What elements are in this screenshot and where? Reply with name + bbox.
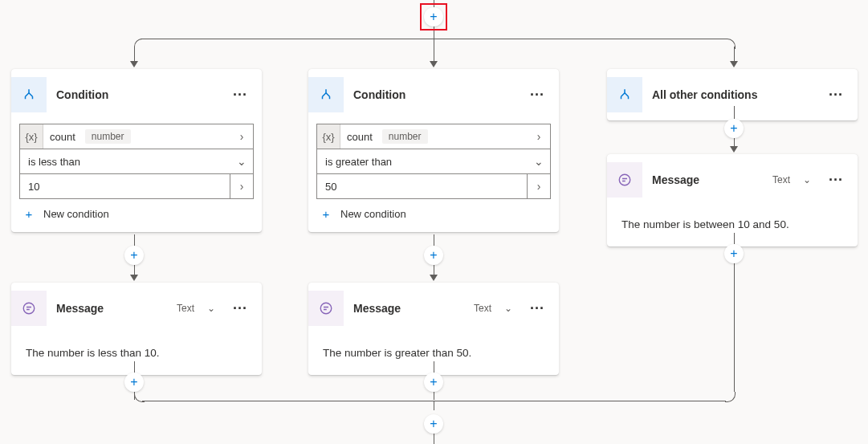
variable-name: count	[340, 131, 379, 143]
chevron-right-icon: ›	[528, 180, 550, 193]
condition-menu-button[interactable]: ···	[230, 87, 251, 104]
add-condition-button[interactable]: + New condition	[19, 199, 254, 222]
add-node-button[interactable]: +	[724, 119, 744, 138]
message-card-header: Message Text ⌄ ···	[11, 283, 262, 334]
value-text: 50	[317, 181, 344, 193]
condition-value-input[interactable]: 50 ›	[316, 174, 551, 199]
add-node-button[interactable]: +	[424, 246, 443, 265]
add-condition-label: New condition	[340, 208, 406, 220]
add-node-top-button[interactable]: +	[424, 7, 443, 26]
message-type-label: Text	[769, 174, 793, 185]
chat-icon	[607, 162, 642, 198]
svg-point-1	[320, 303, 332, 314]
variable-name: count	[43, 131, 82, 143]
message-body[interactable]: The number is between 10 and 50.	[607, 206, 858, 246]
add-node-button[interactable]: +	[124, 373, 144, 392]
add-condition-button[interactable]: + New condition	[316, 199, 551, 222]
add-node-bottom-button[interactable]: +	[424, 414, 443, 434]
chevron-down-icon[interactable]: ⌄	[504, 303, 517, 314]
chevron-down-icon: ⌄	[528, 155, 550, 168]
condition-card-left[interactable]: Condition ··· {x} count number › is less…	[11, 69, 262, 232]
message-type-label: Text	[471, 303, 495, 314]
condition-card-header: Condition ···	[308, 69, 559, 120]
condition-title: Condition	[56, 88, 220, 101]
chat-icon	[308, 291, 344, 326]
chevron-right-icon: ›	[230, 180, 253, 193]
condition-variable-picker[interactable]: {x} count number ›	[316, 124, 551, 149]
flow-canvas: + Condition ··· {x} count number ›	[0, 0, 868, 444]
chat-icon	[11, 291, 47, 326]
value-text: 10	[20, 181, 47, 193]
condition-value-input[interactable]: 10 ›	[19, 174, 254, 199]
message-title: Message	[353, 302, 461, 315]
condition-card-header: Condition ···	[11, 69, 262, 120]
variable-type: number	[85, 129, 131, 144]
add-node-button[interactable]: +	[724, 244, 744, 263]
message-card-header: Message Text ⌄ ···	[308, 283, 559, 334]
message-card-right[interactable]: Message Text ⌄ ··· The number is between…	[607, 154, 858, 246]
message-title: Message	[56, 302, 164, 315]
message-menu-button[interactable]: ···	[825, 172, 846, 189]
chevron-right-icon: ›	[230, 130, 253, 143]
condition-variable-picker[interactable]: {x} count number ›	[19, 124, 254, 149]
message-type-label: Text	[173, 303, 198, 314]
message-card-header: Message Text ⌄ ···	[607, 154, 858, 206]
variable-icon: {x}	[317, 124, 340, 149]
branch-icon	[11, 77, 47, 112]
condition-menu-button[interactable]: ···	[825, 87, 846, 104]
chevron-down-icon[interactable]: ⌄	[207, 303, 220, 314]
plus-icon: +	[22, 207, 35, 221]
condition-card-middle[interactable]: Condition ··· {x} count number › is grea…	[308, 69, 559, 232]
message-menu-button[interactable]: ···	[527, 300, 548, 317]
chevron-right-icon: ›	[528, 130, 550, 143]
operator-label: is less than	[20, 156, 88, 168]
svg-point-0	[23, 303, 35, 314]
condition-title: All other conditions	[652, 88, 816, 101]
all-other-conditions-card[interactable]: All other conditions ···	[607, 69, 858, 120]
condition-title: Condition	[353, 88, 517, 101]
variable-icon: {x}	[20, 124, 43, 149]
condition-menu-button[interactable]: ···	[527, 87, 548, 104]
condition-operator-select[interactable]: is less than ⌄	[19, 149, 254, 174]
message-menu-button[interactable]: ···	[230, 300, 251, 317]
message-body[interactable]: The number is less than 10.	[11, 334, 262, 375]
condition-card-header: All other conditions ···	[607, 69, 858, 120]
branch-icon	[607, 77, 642, 112]
add-condition-label: New condition	[43, 208, 109, 220]
operator-label: is greater than	[317, 156, 400, 168]
message-title: Message	[652, 173, 760, 186]
chevron-down-icon: ⌄	[230, 155, 253, 168]
plus-icon: +	[320, 207, 332, 221]
add-node-button[interactable]: +	[124, 246, 144, 265]
variable-type: number	[382, 129, 428, 144]
svg-point-2	[619, 174, 630, 185]
add-node-button[interactable]: +	[424, 373, 443, 392]
condition-operator-select[interactable]: is greater than ⌄	[316, 149, 551, 174]
chevron-down-icon[interactable]: ⌄	[803, 174, 816, 185]
message-card-left[interactable]: Message Text ⌄ ··· The number is less th…	[11, 283, 262, 375]
branch-icon	[308, 77, 344, 112]
